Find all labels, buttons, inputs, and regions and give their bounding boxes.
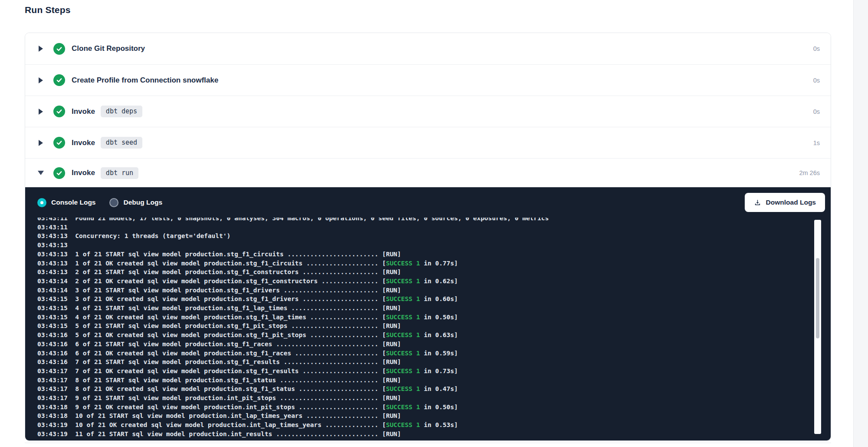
log-line: 03:43:18 10 of 21 START sql view model p… [37, 411, 809, 421]
step-command-badge: dbt seed [101, 137, 142, 149]
step-label: Invoke [72, 139, 95, 147]
step-row-invoke-dbt-seed[interactable]: Invoke dbt seed 1s [25, 127, 831, 158]
success-check-icon [53, 74, 65, 86]
success-check-icon [53, 43, 65, 55]
download-logs-button[interactable]: Download Logs [745, 193, 825, 212]
log-line: 03:43:16 7 of 21 START sql view model pr… [37, 358, 809, 367]
log-line: 03:43:15 5 of 21 START sql view model pr… [37, 321, 809, 331]
chevron-right-icon[interactable] [38, 109, 44, 115]
chevron-right-icon[interactable] [38, 46, 44, 52]
step-duration: 0s [813, 45, 820, 52]
log-line: 03:43:17 7 of 21 OK created sql view mod… [37, 367, 809, 376]
step-label: Create Profile from Connection snowflake [72, 76, 218, 85]
log-line: 03:43:19 10 of 21 OK created sql view mo… [37, 421, 809, 430]
chevron-down-icon[interactable] [38, 171, 44, 175]
log-line: 03:43:17 8 of 21 START sql view model pr… [37, 376, 809, 385]
log-line: 03:43:14 3 of 21 START sql view model pr… [37, 286, 809, 295]
log-line: 03:43:13 [37, 241, 809, 250]
step-command-badge: dbt run [101, 167, 138, 179]
log-scrollbar[interactable] [814, 220, 821, 434]
log-line: 03:43:13 2 of 21 START sql view model pr… [37, 268, 809, 277]
log-lines: 03:43:11 Found 21 models, 17 tests, 0 sn… [25, 218, 809, 440]
log-line: 03:43:18 9 of 21 OK created sql view mod… [37, 403, 809, 412]
success-check-icon [53, 137, 65, 149]
console-logs-radio[interactable]: Console Logs [37, 198, 95, 207]
log-line: 03:43:16 6 of 21 START sql view model pr… [37, 340, 809, 349]
step-row-clone-git-repository[interactable]: Clone Git Repository 0s [25, 33, 831, 64]
run-steps-card: Clone Git Repository 0s Create Profile f… [25, 33, 831, 441]
success-check-icon [53, 106, 65, 117]
log-line: 03:43:17 9 of 21 START sql view model pr… [37, 394, 809, 403]
log-panel: Console Logs Debug Logs Download Logs 03… [25, 187, 831, 440]
log-line: 03:43:19 11 of 21 START sql view model p… [37, 430, 809, 439]
download-icon [754, 199, 761, 206]
chevron-right-icon[interactable] [38, 140, 44, 146]
step-row-invoke-dbt-deps[interactable]: Invoke dbt deps 0s [25, 96, 831, 127]
log-line: 03:43:16 5 of 21 OK created sql view mod… [37, 331, 809, 340]
radio-selected-icon[interactable] [37, 198, 46, 207]
download-logs-label: Download Logs [766, 199, 816, 206]
radio-unselected-icon[interactable] [109, 198, 118, 207]
log-line: 03:43:15 4 of 21 OK created sql view mod… [37, 313, 809, 322]
log-line: 03:43:15 4 of 21 START sql view model pr… [37, 304, 809, 313]
step-duration: 0s [813, 108, 820, 115]
step-duration: 2m 26s [799, 169, 820, 176]
console-logs-label[interactable]: Console Logs [51, 199, 95, 206]
log-line: 03:43:11 [37, 223, 809, 232]
chevron-right-icon[interactable] [38, 77, 44, 83]
debug-logs-radio[interactable]: Debug Logs [109, 198, 162, 207]
step-duration: 1s [813, 139, 820, 146]
log-line: 03:43:13 1 of 21 START sql view model pr… [37, 250, 809, 259]
step-duration: 0s [813, 77, 820, 84]
success-check-icon [53, 167, 65, 179]
page-right-gutter [853, 0, 868, 447]
log-scrollbar-thumb[interactable] [816, 258, 819, 338]
step-label: Invoke [72, 169, 95, 177]
step-row-create-profile[interactable]: Create Profile from Connection snowflake… [25, 64, 831, 96]
page-title: Run Steps [25, 5, 71, 15]
log-line: 03:43:13 Concurrency: 1 threads (target=… [37, 232, 809, 241]
log-line: 03:43:16 6 of 21 OK created sql view mod… [37, 349, 809, 358]
debug-logs-label[interactable]: Debug Logs [123, 199, 162, 206]
log-line: 03:43:17 8 of 21 OK created sql view mod… [37, 384, 809, 394]
step-label: Clone Git Repository [72, 44, 145, 53]
log-line: 03:43:13 1 of 21 OK created sql view mod… [37, 259, 809, 268]
step-row-invoke-dbt-run[interactable]: Invoke dbt run 2m 26s [25, 158, 831, 187]
page: Run Steps Clone Git Repository 0s Create… [0, 0, 868, 447]
log-panel-header: Console Logs Debug Logs Download Logs [25, 187, 831, 218]
log-line: 03:43:15 3 of 21 OK created sql view mod… [37, 295, 809, 304]
step-command-badge: dbt deps [101, 106, 142, 117]
step-label: Invoke [72, 107, 95, 116]
log-line: 03:43:14 2 of 21 OK created sql view mod… [37, 277, 809, 286]
next-section-divider [25, 443, 831, 443]
log-line: 03:43:11 Found 21 models, 17 tests, 0 sn… [37, 218, 809, 223]
